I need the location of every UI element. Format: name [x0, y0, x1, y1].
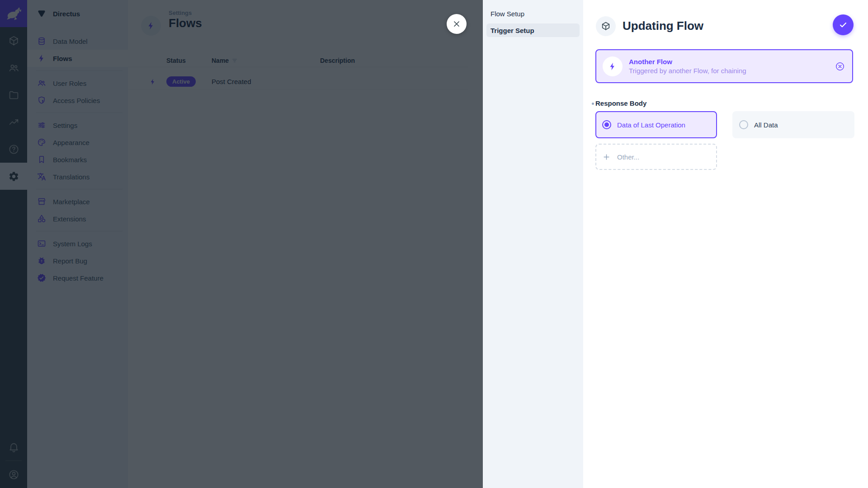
field-label: Response Body: [595, 99, 646, 107]
drawer-title: Updating Flow: [623, 19, 703, 33]
save-button[interactable]: [833, 14, 854, 35]
drawer-nav-trigger-setup[interactable]: Trigger Setup: [486, 23, 580, 37]
drawer-title-icon-bubble: [596, 16, 616, 36]
bolt-icon: [608, 62, 617, 71]
option-label: Data of Last Operation: [617, 121, 685, 129]
required-indicator: [592, 103, 594, 105]
drawer-nav-flow-setup[interactable]: Flow Setup: [486, 7, 580, 20]
option-data-of-last-operation[interactable]: Data of Last Operation: [595, 111, 717, 138]
drawer-overlay[interactable]: [0, 0, 483, 488]
trigger-type-card[interactable]: Another Flow Triggered by another Flow, …: [595, 49, 853, 83]
option-all-data[interactable]: All Data: [732, 111, 854, 138]
deselect-trigger-icon[interactable]: [835, 61, 845, 71]
radio-selected-icon: [602, 120, 611, 129]
trigger-card-subtitle: Triggered by another Flow, for chaining: [629, 66, 746, 75]
directus-app: Directus Data ModelFlowsUser RolesAccess…: [0, 0, 868, 488]
other-option-button[interactable]: Other...: [595, 144, 717, 170]
box-icon: [601, 21, 611, 31]
radio-unselected-icon: [739, 120, 748, 129]
response-body-field-label-row: Response Body: [592, 99, 646, 107]
close-drawer-button[interactable]: [447, 14, 467, 34]
other-option-label: Other...: [617, 153, 639, 161]
check-icon: [838, 20, 848, 30]
drawer-navigation: Flow SetupTrigger Setup: [483, 0, 583, 488]
option-label: All Data: [754, 121, 778, 129]
plus-icon: [602, 153, 611, 161]
trigger-icon-bubble: [603, 56, 623, 76]
drawer-content: Updating Flow Another Flow Triggered by …: [583, 0, 868, 488]
close-icon: [452, 19, 461, 28]
trigger-card-title: Another Flow: [629, 57, 746, 66]
